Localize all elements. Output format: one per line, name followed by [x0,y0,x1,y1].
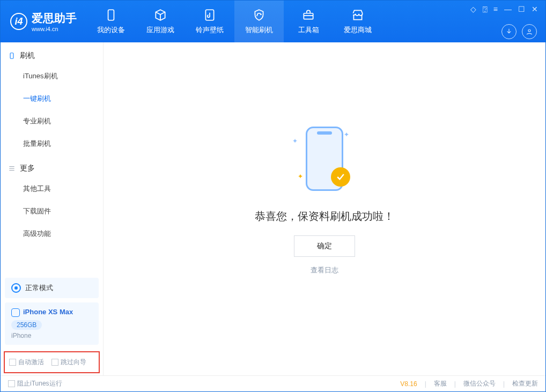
support-link[interactable]: 客服 [434,379,447,388]
device-info[interactable]: iPhone XS Max 256GB iPhone [5,302,99,345]
app-site: www.i4.cn [32,26,77,32]
download-button[interactable] [501,24,517,39]
nav-smart-flash[interactable]: 智能刷机 [234,1,284,42]
checkbox-skip-guide[interactable]: 跳过向导 [51,358,86,367]
device-capacity: 256GB [11,320,42,330]
statusbar: 阻止iTunes运行 V8.16 | 客服 | 微信公众号 | 检查更新 [1,375,545,391]
menu-icon[interactable]: ≡ [493,5,498,13]
checkbox-block-itunes[interactable]: 阻止iTunes运行 [8,379,62,388]
sidebar: 刷机 iTunes刷机 一键刷机 专业刷机 批量刷机 更多 其他工具 下载固件 … [1,42,104,375]
checkbox-label: 自动激活 [18,358,44,366]
nav-label: 爱思商城 [344,25,372,35]
nav-apps-games[interactable]: 应用游戏 [136,1,185,42]
logo-icon: i4 [10,13,27,30]
phone-icon [8,52,16,60]
device-icon [104,8,118,22]
svg-rect-4 [10,53,13,59]
toolbox-icon [301,8,315,22]
phone-outline-icon [11,308,20,317]
nav-store[interactable]: 爱思商城 [333,1,382,42]
minimize-button[interactable]: — [504,5,512,13]
checkbox-icon [51,359,58,366]
sparkle-icon: ✦ [292,137,298,145]
svg-point-3 [528,29,530,32]
version-label: V8.16 [400,380,417,388]
device-type: iPhone [11,332,92,339]
nav-label: 智能刷机 [245,25,273,35]
mode-label: 正常模式 [25,283,53,293]
checkbox-label: 跳过向导 [61,358,86,366]
nav-label: 工具箱 [298,25,319,35]
checkbox-auto-activate[interactable]: 自动激活 [9,358,44,367]
music-file-icon [203,8,217,22]
main-content: ✦ ✦ ✦ 恭喜您，保资料刷机成功啦！ 确定 查看日志 [104,42,545,375]
top-nav: 我的设备 应用游戏 铃声壁纸 智能刷机 工具箱 爱思商城 [86,1,382,42]
shield-refresh-icon [252,8,266,22]
titlebar: i4 爱思助手 www.i4.cn 我的设备 应用游戏 铃声壁纸 智能刷机 [1,1,545,42]
app-name: 爱思助手 [32,11,77,26]
lock-icon[interactable]: ⍰ [483,5,487,13]
window-controls: ◇ ⍰ ≡ — ☐ ✕ [470,1,545,13]
device-mode[interactable]: 正常模式 [5,278,99,298]
sidebar-item-other-tools[interactable]: 其他工具 [1,177,103,200]
mode-icon [11,283,21,293]
success-illustration: ✦ ✦ ✦ [287,121,362,196]
group-title: 刷机 [20,51,35,61]
options-row: 自动激活 跳过向导 [4,351,100,373]
sidebar-item-pro-flash[interactable]: 专业刷机 [1,110,103,132]
sidebar-item-oneclick-flash[interactable]: 一键刷机 [1,87,103,110]
nav-label: 铃声壁纸 [196,25,224,35]
shirt-icon[interactable]: ◇ [470,5,476,13]
sidebar-item-batch-flash[interactable]: 批量刷机 [1,132,103,155]
user-button[interactable] [522,24,537,39]
list-icon [8,165,16,172]
checkbox-label: 阻止iTunes运行 [17,380,62,387]
sidebar-group-flash: 刷机 [1,42,103,65]
wechat-link[interactable]: 微信公众号 [463,379,496,388]
svg-rect-0 [108,10,114,20]
sidebar-group-more: 更多 [1,155,103,177]
device-name: iPhone XS Max [23,308,73,316]
view-log-link[interactable]: 查看日志 [311,265,338,275]
checkbox-icon [8,380,15,387]
sidebar-item-itunes-flash[interactable]: iTunes刷机 [1,65,103,87]
ok-button[interactable]: 确定 [294,235,355,257]
checkbox-icon [9,359,16,366]
store-icon [351,8,365,22]
nav-ringtones[interactable]: 铃声壁纸 [185,1,234,42]
check-update-link[interactable]: 检查更新 [512,379,538,388]
nav-toolbox[interactable]: 工具箱 [284,1,333,42]
cube-icon [153,8,167,22]
success-message: 恭喜您，保资料刷机成功啦！ [255,209,394,224]
nav-label: 我的设备 [97,25,125,35]
close-button[interactable]: ✕ [532,5,538,13]
nav-label: 应用游戏 [146,25,174,35]
sidebar-item-download-firmware[interactable]: 下载固件 [1,200,103,223]
maximize-button[interactable]: ☐ [518,5,525,13]
sparkle-icon: ✦ [298,173,303,180]
sparkle-icon: ✦ [344,131,349,138]
nav-my-device[interactable]: 我的设备 [86,1,136,42]
group-title: 更多 [20,164,35,173]
app-logo: i4 爱思助手 www.i4.cn [1,11,86,32]
sidebar-item-advanced[interactable]: 高级功能 [1,223,103,245]
checkmark-badge-icon [331,167,350,187]
svg-rect-2 [304,13,313,19]
